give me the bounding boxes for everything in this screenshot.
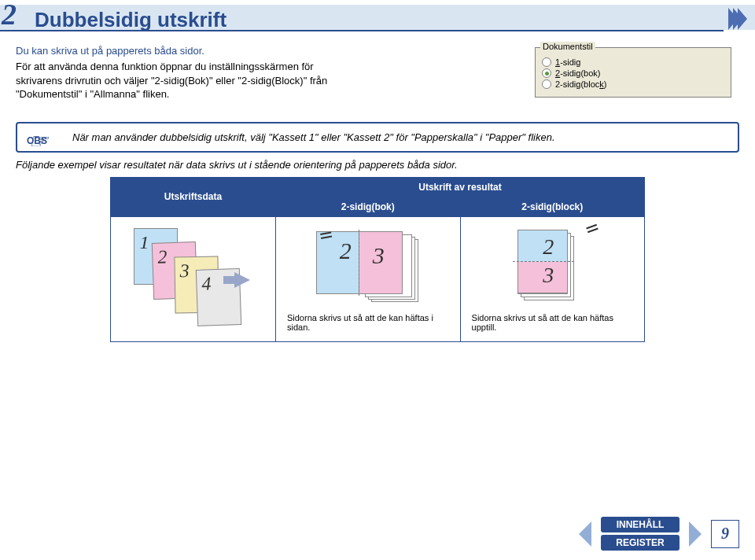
radio-icon <box>542 57 551 67</box>
th-bok: 2-sidig(bok) <box>275 197 460 216</box>
fold-line <box>359 230 359 296</box>
dokumentstil-group: Dokumentstil 1-sidig 2-sidig(bok) 2-sidi… <box>535 47 731 98</box>
bok-page-num-3: 3 <box>373 242 385 269</box>
contents-button[interactable]: INNEHÅLL <box>601 517 680 532</box>
radio-option-1sidig[interactable]: 1-sidig <box>542 57 724 67</box>
block-page-num-2: 2 <box>543 234 554 260</box>
cell-block: 2 3 Sidorna skrivs ut så att de kan häft… <box>460 216 644 341</box>
staple-icon <box>319 228 339 245</box>
obs-label: OBS <box>27 135 47 146</box>
prev-page-button[interactable] <box>579 521 591 547</box>
next-page-button[interactable] <box>689 521 702 547</box>
example-intro: Följande exempel visar resultatet när da… <box>16 159 739 171</box>
radio-option-2sidig-block[interactable]: 2-sidig(block) <box>542 79 724 89</box>
bok-illustration: 2 3 <box>305 225 431 311</box>
result-table: Utskriftsdata Utskrift av resultat 2-sid… <box>110 177 645 342</box>
th-print-result: Utskrift av resultat <box>275 177 644 197</box>
radio-option-2sidig-bok[interactable]: 2-sidig(bok) <box>542 68 724 78</box>
index-button[interactable]: REGISTER <box>601 535 680 551</box>
caption-bok: Sidorna skrivs ut så att de kan häftas i… <box>281 311 455 333</box>
caption-block: Sidorna skrivs ut så att de kan häftas u… <box>466 311 639 333</box>
fold-line <box>513 261 574 262</box>
section-title: Dubbelsidig utskrift <box>35 6 755 32</box>
section-number: 2 <box>2 0 17 31</box>
radio-label: 2-sidig(bok) <box>555 68 600 78</box>
radio-icon <box>542 79 551 89</box>
obs-note: ☞ OBS När man använder dubbelsidig utskr… <box>16 122 739 153</box>
section-header: 2 Dubbelsidig utskrift <box>0 0 755 37</box>
group-label: Dokumentstil <box>540 42 595 51</box>
obs-text: När man använder dubbelsidig utskrift, v… <box>72 131 727 143</box>
th-print-data: Utskriftsdata <box>111 177 276 216</box>
th-block: 2-sidig(block) <box>460 197 644 216</box>
staple-icon <box>585 222 599 235</box>
intro-body: För att använda denna funktion öppnar du… <box>16 60 354 101</box>
block-illustration: 2 3 <box>505 225 599 311</box>
block-page-num-3: 3 <box>543 263 554 288</box>
radio-label: 2-sidig(block) <box>555 79 606 89</box>
cell-print-data: 1 2 3 4 <box>111 216 276 341</box>
page-number: 9 <box>711 520 739 548</box>
bok-page-num-2: 2 <box>340 238 352 264</box>
radio-label: 1-sidig <box>555 57 580 67</box>
footer-buttons: INNEHÅLL REGISTER <box>601 517 680 551</box>
document-style-dialog: Dokumentstil 1-sidig 2-sidig(bok) 2-sidi… <box>535 47 731 98</box>
cell-bok: 2 3 Sidorna skrivs ut så att de kan häft… <box>275 216 460 341</box>
arrow-right-icon <box>234 272 250 288</box>
footer-nav: INNEHÅLL REGISTER 9 <box>579 517 739 551</box>
radio-icon <box>542 68 551 78</box>
